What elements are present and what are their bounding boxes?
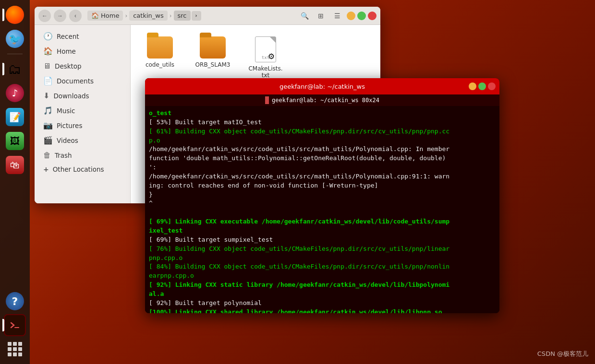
terminal-line-3b: p.o (149, 137, 160, 144)
file-manager-titlebar: ← → ‹ 🏠Home › catkin_ws › src › 🔍 ⊞ ☰ (35, 7, 380, 25)
terminal-line-14: [100%] Linking CXX shared library /home/… (149, 308, 442, 313)
terminal-line-8b: ixel_test (149, 227, 182, 234)
breadcrumb-catkin[interactable]: catkin_ws (129, 11, 168, 21)
maximize-button[interactable] (357, 12, 366, 20)
taskbar-libreoffice[interactable]: 📝 (4, 106, 26, 128)
music-icon: 🎵 (43, 106, 53, 115)
terminal-line-7: } (149, 191, 153, 198)
terminal-line-4: /home/geekfanr/catkin_ws/src/code_utils/… (149, 145, 449, 153)
terminal-line-10: [ 76%] Building CXX object code_utils/CM… (149, 245, 449, 252)
terminal-line-12b: al.a (149, 290, 164, 297)
file-item-orb-slam3[interactable]: ORB_SLAM3 (191, 33, 234, 72)
terminal-line-10b: pnp.cpp.o (149, 254, 182, 261)
file-item-cmakelists[interactable]: ⚙ CMakeLists.txt (244, 33, 287, 82)
taskbar-thunderbird[interactable]: 🐦 (4, 28, 26, 50)
terminal-icon (4, 314, 26, 336)
terminal-line-5: function 'double math_utils::Polynomial:… (149, 154, 446, 162)
terminal-indicator (265, 96, 269, 104)
taskbar-terminal[interactable] (4, 314, 26, 336)
terminal-line-6b: ing: control reaches end of non-void fun… (149, 182, 378, 189)
trash-icon: 🗑 (43, 151, 51, 160)
taskbar-rhythmbox[interactable]: ♪ (4, 82, 26, 104)
terminal-close-button[interactable] (488, 82, 496, 90)
terminal-window-controls (469, 82, 496, 90)
terminal-subtitle-text: geekfanr@lab: ~/catkin_ws 80x24 (272, 97, 379, 104)
breadcrumb-home[interactable]: 🏠Home (87, 11, 123, 21)
gear-overlay-icon: ⚙ (268, 52, 275, 61)
taskbar: 🐦 🗂 ♪ 📝 🖼 🛍 ? (0, 0, 30, 364)
terminal-line-11: [ 84%] Building CXX object code_utils/CM… (149, 263, 449, 270)
watermark: CSDN @极客范儿 (537, 350, 588, 358)
forward-button[interactable]: → (54, 10, 66, 22)
file-manager-sidebar: 🕐 Recent 🏠 Home 🖥 Desktop 📄 Documents ⬇ … (35, 25, 131, 203)
view-toggle-button[interactable]: ⊞ (314, 9, 328, 23)
taskbar-firefox[interactable] (4, 4, 26, 26)
terminal-line-9: [ 69%] Built target sumpixel_test (149, 236, 273, 243)
folder-icon-code-utils (147, 36, 173, 59)
taskbar-grid[interactable] (4, 338, 26, 360)
terminal-line-8: [ 69%] Linking CXX executable /home/geek… (149, 218, 449, 225)
file-item-code-utils[interactable]: code_utils (138, 33, 182, 72)
taskbar-bottom: ? (4, 290, 26, 364)
help-icon: ? (6, 292, 24, 310)
terminal-line-12: [ 92%] Linking CXX static library /home/… (149, 281, 449, 288)
breadcrumb-arrow-2: › (169, 12, 173, 19)
other-locations-icon: + (43, 165, 49, 173)
breadcrumb-chevron[interactable]: › (192, 11, 201, 21)
downloads-icon: ⬇ (43, 91, 49, 100)
terminal-subtitle-bar: geekfanr@lab: ~/catkin_ws 80x24 (145, 94, 499, 106)
terminal-line-2: [ 53%] Built target matIO_test (149, 118, 262, 126)
file-label-orb-slam3: ORB_SLAM3 (195, 61, 231, 68)
taskbar-files[interactable]: 🗂 (4, 58, 26, 80)
terminal-line-1: o_test (149, 109, 171, 117)
pictures-icon: 📷 (43, 121, 53, 130)
terminal-line-6: /home/geekfanr/catkin_ws/src/code_utils/… (149, 173, 449, 180)
desktop-icon: 🖥 (43, 61, 51, 70)
folder-icon-orb-slam3 (200, 36, 226, 59)
breadcrumb-src[interactable]: src (174, 11, 191, 21)
titlebar-controls (347, 12, 376, 20)
sidebar-item-videos[interactable]: 🎬 Videos (36, 133, 128, 148)
taskbar-divider (7, 54, 23, 54)
sidebar-item-recent[interactable]: 🕐 Recent (36, 29, 128, 44)
documents-icon: 📄 (43, 76, 53, 85)
sidebar-item-other-locations[interactable]: + Other Locations (36, 163, 128, 176)
videos-icon: 🎬 (43, 136, 53, 145)
terminal-window: geekfanr@lab: ~/catkin_ws geekfanr@lab: … (145, 78, 499, 313)
sidebar-item-home[interactable]: 🏠 Home (36, 44, 128, 59)
file-label-code-utils: code_utils (146, 61, 174, 68)
sidebar-item-documents[interactable]: 📄 Documents (36, 73, 128, 88)
close-button[interactable] (368, 12, 376, 20)
sidebar-item-downloads[interactable]: ⬇ Downloads (36, 88, 128, 103)
txt-icon-cmakelists: ⚙ (255, 36, 276, 62)
terminal-body[interactable]: o_test [ 53%] Built target matIO_test [ … (145, 106, 499, 313)
minimize-button[interactable] (347, 12, 355, 20)
terminal-maximize-button[interactable] (478, 82, 486, 90)
search-button[interactable]: 🔍 (298, 9, 311, 23)
breadcrumb: 🏠Home › catkin_ws › src › (87, 11, 292, 21)
taskbar-help[interactable]: ? (4, 290, 26, 312)
sidebar-item-desktop[interactable]: 🖥 Desktop (36, 59, 128, 73)
terminal-line-13: [ 92%] Built target polynomial (149, 299, 262, 306)
sidebar-item-trash[interactable]: 🗑 Trash (36, 148, 128, 163)
taskbar-software[interactable]: 🛍 (4, 154, 26, 176)
back-button[interactable]: ← (38, 10, 51, 22)
terminal-line-7b: ^ (149, 200, 153, 207)
sidebar-item-music[interactable]: 🎵 Music (36, 103, 128, 118)
terminal-line-3: [ 61%] Building CXX object code_utils/CM… (149, 128, 449, 135)
sidebar-item-pictures[interactable]: 📷 Pictures (36, 118, 128, 133)
breadcrumb-arrow-1: › (124, 12, 128, 19)
file-label-cmakelists: CMakeLists.txt (248, 65, 283, 79)
recent-icon: 🕐 (43, 32, 53, 41)
terminal-minimize-button[interactable] (469, 82, 476, 90)
terminal-title: geekfanr@lab: ~/catkin_ws (279, 83, 365, 90)
terminal-line-11b: earpnp.cpp.o (149, 272, 194, 279)
history-back-button[interactable]: ‹ (69, 10, 82, 22)
taskbar-pictures[interactable]: 🖼 (4, 130, 26, 152)
terminal-titlebar: geekfanr@lab: ~/catkin_ws (145, 78, 499, 94)
home-icon: 🏠 (43, 47, 53, 56)
menu-button[interactable]: ☰ (330, 9, 344, 23)
terminal-line-5b: ': (149, 164, 157, 171)
